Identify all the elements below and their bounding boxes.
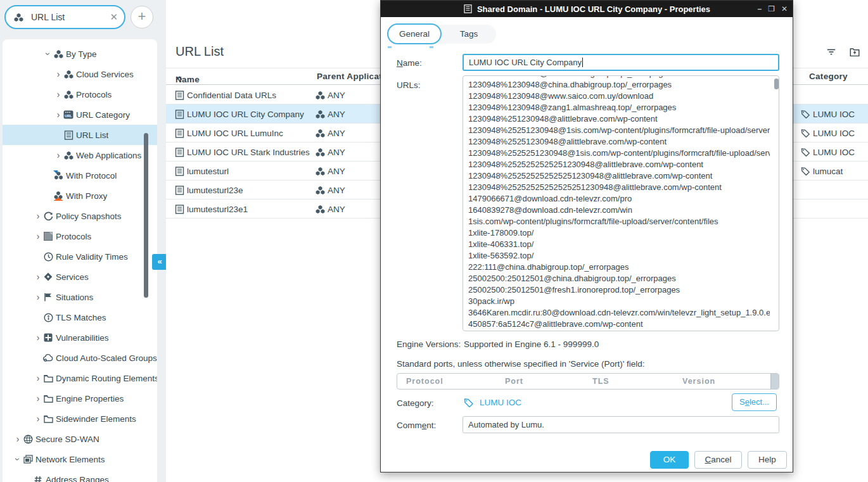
sidebar-item-policy-snapshots[interactable]: ›Policy Snapshots [3,206,157,226]
dialog-titlebar[interactable]: Shared Domain - LUMU IOC URL City Compan… [381,1,793,17]
url-line: 1230948%2525251230948@1sis.com/wp-conten… [468,148,770,159]
sidebar-item-label: URL List [76,130,108,140]
url-line: 450857:6a5124c7@alittlebrave.com/wp-cont… [468,319,770,330]
sidebar-item-protocols[interactable]: ›Protocols [3,226,157,246]
tab-tags[interactable]: Tags [448,25,490,44]
clear-search-icon[interactable]: ✕ [110,11,118,23]
sidebar-item-with-proxy[interactable]: With Proxy [3,186,157,206]
category-value-link[interactable]: LUMU IOC [464,397,521,407]
ok-button[interactable]: OK [650,451,689,469]
chevron-down-icon[interactable]: › [43,49,53,59]
url-line: 25002500:25012501@fresh1.ironoreprod.top… [468,284,770,296]
minimize-icon[interactable]: – [757,4,762,13]
export-icon[interactable] [850,47,860,57]
sidebar-item-network-elements[interactable]: ›Network Elements [3,449,157,469]
search-input-container[interactable]: ✕ [4,5,125,29]
row-parent-label: ANY [328,186,345,195]
snapshot-icon [43,211,53,221]
chevron-right-icon[interactable]: › [53,110,63,120]
sidebar-item-cloud-auto-scaled-groups[interactable]: ›Cloud Auto-Scaled Groups [3,348,157,368]
cluster-icon [315,185,325,195]
name-field[interactable]: LUMU IOC URL City Company [463,54,779,71]
sidebar-item-engine-properties[interactable]: ›Engine Properties [3,388,157,409]
sidebar-item-sidewinder-elements[interactable]: ›Sidewinder Elements [3,409,157,429]
sidebar-item-label: With Proxy [66,191,107,201]
search-input[interactable] [31,12,110,22]
engine-versions-value: Supported in Engine 6.1 - 999999.0 [464,339,599,349]
select-category-button[interactable]: Select... [732,393,777,411]
chevron-right-icon[interactable]: › [33,393,43,403]
standard-ports-note: Standard ports, unless otherwise specifi… [397,359,645,369]
chevron-right-icon[interactable]: › [33,373,43,383]
tab-general[interactable]: General [387,23,442,44]
sidebar-item-secure-sd-wan[interactable]: ›Secure SD-WAN [3,429,157,449]
url-line: 1xlite-406331.top/ [468,239,770,250]
url-line: 1479066671@download.cdn-televzr.com/pro [468,193,770,205]
sidebar-item-tls-matches[interactable]: ›TLS Matches [3,307,157,327]
comment-field[interactable]: Automated by Lumu. [463,416,779,433]
sidebar-item-protocols[interactable]: ›Protocols [3,84,157,105]
ports-scrollbar[interactable] [770,374,779,389]
chevron-right-icon[interactable]: › [33,231,43,241]
tag-dark-icon [800,109,810,119]
sidebar-item-label: Situations [56,293,93,302]
help-button[interactable]: Help [748,451,787,469]
row-name-label: LUMU IOC URL LumuInc [187,129,283,138]
tag-dark-icon [800,147,810,157]
search-bar: ✕ + [0,0,166,38]
chevron-right-icon[interactable]: › [53,89,63,99]
chevron-right-icon[interactable]: › [53,150,63,160]
sidebar-item-label: Network Elements [35,455,105,464]
chevron-down-icon[interactable]: › [13,454,23,464]
sidebar-item-dynamic-routing-elements[interactable]: ›Dynamic Routing Elements [3,368,157,388]
chevron-right-icon[interactable]: › [33,272,43,282]
url-line: 1230948%25251230948@1sis.com/wp-content/… [468,125,770,136]
row-category-label: LUMU IOC [813,148,855,157]
url-list-icon [174,147,184,157]
chevron-right-icon[interactable]: › [53,69,63,79]
sidebar-scrollbar[interactable] [144,133,148,298]
sidebar-item-web-applications[interactable]: ›Web Applications [3,145,157,165]
urls-textarea[interactable]: 1230948%1230948@china.dhabigroup.top/_er… [463,75,779,331]
sidebar-item-label: Protocols [56,232,91,241]
sidebar-item-situations[interactable]: ›Situations [3,287,157,307]
filter-icon[interactable] [826,47,836,57]
tls-icon [43,312,53,322]
chevron-right-icon[interactable]: › [33,333,43,343]
chevron-right-icon[interactable]: › [33,292,43,302]
sidebar-item-by-type[interactable]: ›By Type [3,44,157,64]
cluster-icon [315,109,325,119]
cell-category: LUMU IOC [800,124,855,143]
cell-category: LUMU IOC [800,105,855,124]
sidebar-item-label: Vulnerabilities [56,333,109,343]
cell-category: lumucat [800,162,843,181]
sidebar-item-address-ranges[interactable]: Address Ranges [3,469,157,482]
cancel-button[interactable]: Cancel [694,451,742,469]
row-parent-label: ANY [328,167,345,176]
sidebar-item-label: Dynamic Routing Elements [56,374,157,383]
engine-versions-label: Engine Versions: [397,339,461,349]
cell-parent-application: ANY [315,162,345,181]
chevron-right-icon[interactable]: › [33,414,43,424]
chevron-right-icon[interactable]: › [13,434,23,444]
url-line: 222:111@china.dhabigroup.top/_errorpages [468,262,770,273]
sidebar-item-cloud-services[interactable]: ›Cloud Services [3,64,157,84]
sidebar-item-rule-validity-times[interactable]: ›Rule Validity Times [3,246,157,267]
page-title: URL List [176,44,224,59]
sidebar-item-with-protocol[interactable]: With Protocol [3,165,157,186]
column-header-category[interactable]: Category [809,72,848,81]
collapse-sidebar-button[interactable]: « [152,254,167,270]
sidebar-item-url-list[interactable]: ›URL List [3,125,157,145]
sidebar-item-vulnerabilities[interactable]: ›Vulnerabilities [3,327,157,348]
url-line: 1xlite-563592.top/ [468,250,770,262]
maximize-icon[interactable]: ❒ [768,4,775,13]
close-icon[interactable]: ✕ [781,4,788,13]
cluster-icon [315,147,325,157]
sidebar-item-url-category[interactable]: ›URLURL Category [3,105,157,125]
urls-scrollbar[interactable] [774,79,779,89]
add-filter-button[interactable]: + [131,6,153,29]
chevron-right-icon[interactable]: › [33,211,43,221]
sidebar-item-services[interactable]: ›Services [3,267,157,287]
cluster-icon [63,89,73,99]
cluster-icon [315,166,325,176]
